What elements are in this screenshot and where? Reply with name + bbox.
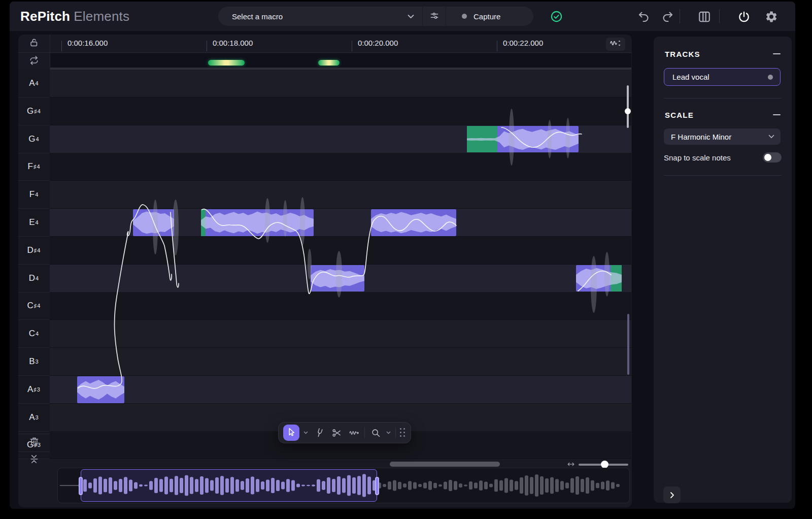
tuning-fork-tool-button[interactable] [313, 426, 326, 439]
pitch-label: D4 [18, 265, 49, 293]
vertical-zoom-knob[interactable] [625, 108, 631, 114]
note-block[interactable] [371, 209, 456, 236]
cursor-icon [286, 427, 297, 439]
note-block[interactable] [77, 376, 124, 403]
selection-handle-right[interactable] [375, 477, 379, 495]
sidebar-divider [664, 175, 782, 176]
settings-gear-button[interactable] [765, 10, 778, 23]
select-tool-button[interactable] [283, 425, 299, 441]
macro-select-value: Select a macro [232, 12, 283, 21]
ruler-tick [352, 41, 352, 51]
toolbar-separator [680, 9, 680, 23]
pitch-grid[interactable] [50, 70, 631, 460]
pitch-label: G♯4 [18, 98, 49, 125]
timeline-ruler[interactable]: 0:00:16.0000:00:18.0000:00:20.0000:00:22… [50, 35, 631, 53]
note-block[interactable] [133, 209, 174, 236]
ruler-tick [497, 41, 497, 51]
status-check-icon [551, 11, 562, 22]
loop-marker [318, 60, 340, 66]
horizontal-scrollbar[interactable] [390, 462, 500, 467]
pitch-label: F♯4 [18, 153, 49, 181]
tool-separator [395, 427, 396, 438]
sidebar-panel: TRACKS Lead vocal SCALE F Harmonic Minor… [654, 37, 792, 503]
power-button[interactable] [737, 10, 751, 23]
tool-chevron-icon[interactable] [303, 430, 309, 435]
vertical-scrollbar[interactable] [627, 314, 629, 375]
trim-icon [28, 453, 40, 467]
capture-dot-icon [462, 14, 467, 19]
brand-bold: RePitch [20, 9, 70, 24]
note-block[interactable] [311, 265, 364, 292]
piano-row [50, 181, 631, 209]
ruler-label: 0:00:20.000 [358, 39, 398, 47]
pitch-label: G4 [18, 125, 49, 153]
expand-panel-button[interactable] [663, 486, 681, 503]
redo-button[interactable] [661, 10, 674, 23]
toolbar-separator [719, 9, 720, 23]
layout-columns-button[interactable] [698, 10, 711, 23]
tool-separator [364, 427, 365, 438]
undo-button[interactable] [637, 10, 650, 23]
loop-icon [28, 55, 40, 68]
ruler-tick [207, 41, 207, 51]
piano-row [50, 237, 631, 265]
chevron-down-icon [408, 14, 414, 19]
capture-button[interactable]: Capture [446, 7, 533, 26]
editor-panel: 0:00:16.0000:00:18.0000:00:20.0000:00:22… [18, 35, 632, 507]
pitch-label: F4 [18, 181, 49, 209]
selection-handle-left[interactable] [79, 477, 83, 495]
zoom-chevron-icon[interactable] [386, 430, 391, 435]
overview-selection[interactable] [81, 469, 377, 502]
note-block[interactable] [576, 265, 622, 292]
floating-toolbar [278, 422, 411, 443]
pitch-label: E4 [18, 209, 49, 237]
horizontal-zoom-knob[interactable] [601, 461, 608, 468]
pitch-label: B3 [18, 348, 49, 376]
marker-strip [50, 53, 631, 68]
wave-updown-icon [609, 39, 622, 50]
pitch-drift-control[interactable] [606, 38, 625, 51]
trim-button[interactable] [18, 451, 50, 469]
loop-button[interactable] [18, 53, 50, 69]
note-block[interactable] [467, 126, 579, 153]
trash-icon [28, 436, 40, 449]
piano-row [50, 70, 631, 98]
track-label: Lead vocal [672, 73, 709, 81]
toolbar-drag-handle[interactable] [400, 428, 406, 438]
snap-row: Snap to scale notes [664, 152, 782, 163]
pitch-label: A4 [18, 70, 49, 98]
note-block[interactable] [201, 209, 314, 236]
capture-label: Capture [473, 12, 500, 21]
app-window: RePitch Elements Select a macro [10, 2, 795, 509]
pitch-label: D♯4 [18, 237, 49, 265]
track-status-dot [768, 75, 773, 80]
ruler-label: 0:00:22.000 [503, 39, 543, 47]
vertical-zoom-slider[interactable] [627, 85, 629, 128]
scale-header: SCALE [665, 111, 694, 119]
scissors-tool-button[interactable] [330, 426, 343, 439]
scale-select-value: F Harmonic Minor [671, 133, 731, 141]
pitch-label: A3 [18, 404, 49, 432]
toggle-knob [764, 154, 771, 161]
snap-label: Snap to scale notes [664, 153, 731, 162]
ruler-label: 0:00:16.000 [67, 39, 108, 47]
piano-row [50, 459, 631, 460]
piano-row [50, 376, 631, 404]
macro-group: Select a macro Capture [218, 7, 533, 26]
track-item-lead-vocal[interactable]: Lead vocal [664, 68, 781, 86]
pitch-label: C4 [18, 320, 49, 348]
overview-waveform[interactable] [57, 468, 630, 503]
macro-settings-button[interactable] [423, 7, 446, 26]
macro-select[interactable]: Select a macro [218, 7, 422, 26]
scale-select[interactable]: F Harmonic Minor [664, 128, 781, 145]
collapse-tracks-button[interactable] [773, 53, 781, 54]
retune-tool-button[interactable] [347, 426, 360, 439]
lock-button[interactable] [18, 35, 50, 53]
piano-row [50, 320, 631, 348]
snap-toggle[interactable] [763, 152, 782, 163]
sliders-icon [429, 11, 439, 22]
topbar: RePitch Elements Select a macro [10, 2, 795, 31]
collapse-scale-button[interactable] [773, 114, 781, 115]
zoom-tool-button[interactable] [369, 426, 382, 439]
delete-button[interactable] [18, 434, 50, 451]
